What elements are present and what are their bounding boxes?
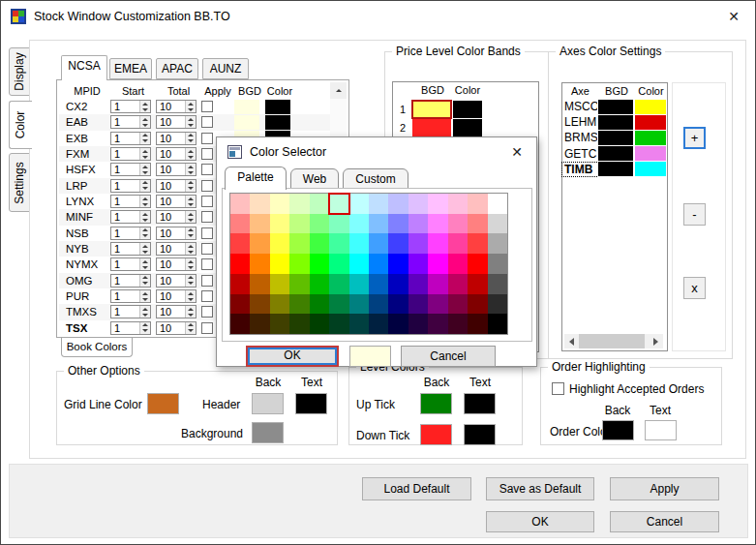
spinner-down-icon[interactable]	[140, 186, 150, 192]
start-spinner[interactable]: 1	[110, 305, 151, 318]
background-swatch[interactable]	[252, 422, 284, 443]
total-spinner[interactable]: 10	[156, 100, 197, 113]
total-spinner[interactable]: 10	[156, 289, 197, 303]
palette-cell[interactable]	[369, 254, 388, 274]
palette-cell[interactable]	[349, 214, 369, 234]
palette-cell[interactable]	[388, 314, 408, 334]
start-spinner[interactable]: 1	[110, 132, 151, 145]
color-swatch[interactable]	[453, 101, 482, 118]
bgd-swatch[interactable]	[598, 146, 633, 161]
cancel-button[interactable]: Cancel	[401, 346, 496, 367]
spinner-down-icon[interactable]	[186, 328, 196, 334]
total-spinner[interactable]: 10	[156, 257, 197, 271]
spinner-down-icon[interactable]	[186, 138, 196, 144]
bgd-swatch[interactable]	[598, 131, 633, 145]
palette-cell[interactable]	[468, 214, 487, 234]
spinner-down-icon[interactable]	[186, 233, 196, 239]
start-spinner[interactable]: 1	[110, 242, 151, 256]
palette-cell[interactable]	[448, 254, 468, 274]
spinner-down-icon[interactable]	[140, 296, 150, 302]
bgd-swatch[interactable]	[412, 101, 451, 118]
palette-cell[interactable]	[310, 233, 329, 254]
palette-cell[interactable]	[230, 314, 250, 334]
palette-cell[interactable]	[289, 294, 309, 315]
load-default-button[interactable]: Load Default	[362, 477, 471, 500]
palette-cell[interactable]	[369, 314, 388, 334]
palette-cell[interactable]	[488, 274, 507, 294]
color-swatch[interactable]	[635, 115, 666, 130]
palette-cell[interactable]	[428, 254, 447, 274]
palette-cell[interactable]	[448, 214, 468, 234]
palette-cell[interactable]	[488, 214, 507, 234]
apply-checkbox[interactable]	[201, 322, 213, 334]
start-spinner[interactable]: 1	[110, 321, 151, 335]
palette-cell[interactable]	[230, 194, 250, 214]
spinner-down-icon[interactable]	[186, 281, 196, 287]
palette-cell[interactable]	[428, 233, 447, 254]
spinner-down-icon[interactable]	[186, 169, 196, 175]
apply-checkbox[interactable]	[201, 258, 213, 270]
palette-cell[interactable]	[349, 194, 369, 214]
palette-cell[interactable]	[488, 314, 507, 334]
palette-cell[interactable]	[468, 294, 487, 315]
palette-cell[interactable]	[329, 254, 348, 274]
apply-checkbox[interactable]	[201, 306, 213, 318]
palette-cell[interactable]	[250, 233, 269, 254]
color-swatch[interactable]	[265, 100, 290, 114]
palette-cell[interactable]	[329, 314, 348, 334]
horizontal-scrollbar[interactable]	[564, 334, 663, 348]
color-swatch[interactable]	[453, 119, 482, 136]
spinner-down-icon[interactable]	[140, 122, 150, 128]
apply-checkbox[interactable]	[201, 180, 213, 192]
ok-button[interactable]: OK	[246, 346, 339, 367]
header-text-swatch[interactable]	[295, 393, 327, 414]
spinner-down-icon[interactable]	[186, 217, 196, 223]
palette-cell[interactable]	[468, 274, 487, 294]
palette-cell[interactable]	[408, 274, 428, 294]
palette-cell[interactable]	[289, 233, 309, 254]
start-spinner[interactable]: 1	[110, 210, 151, 224]
palette-cell[interactable]	[270, 214, 289, 234]
palette-cell[interactable]	[250, 214, 269, 234]
scroll-right-icon[interactable]	[649, 334, 663, 348]
palette-cell[interactable]	[310, 194, 329, 214]
spinner-down-icon[interactable]	[186, 122, 196, 128]
tab-ncsa[interactable]: NCSA	[61, 55, 107, 80]
bgd-swatch[interactable]	[234, 115, 259, 130]
palette-cell[interactable]	[408, 194, 428, 214]
add-axis-button[interactable]: +	[683, 127, 706, 149]
palette-cell[interactable]	[289, 214, 309, 234]
start-spinner[interactable]: 1	[110, 179, 151, 193]
palette-cell[interactable]	[349, 314, 369, 334]
palette-cell[interactable]	[329, 233, 348, 254]
palette-cell[interactable]	[349, 294, 369, 315]
total-spinner[interactable]: 10	[156, 210, 197, 224]
palette-cell[interactable]	[329, 214, 348, 234]
start-spinner[interactable]: 1	[110, 147, 151, 161]
palette-cell[interactable]	[408, 314, 428, 334]
palette-cell[interactable]	[388, 294, 408, 315]
palette-cell[interactable]	[448, 194, 468, 214]
palette-cell[interactable]	[448, 274, 468, 294]
palette-cell[interactable]	[408, 214, 428, 234]
total-spinner[interactable]: 10	[156, 321, 197, 335]
palette-cell[interactable]	[388, 274, 408, 294]
palette-cell[interactable]	[289, 274, 309, 294]
window-close-icon[interactable]: ✕	[720, 5, 747, 28]
apply-button[interactable]: Apply	[610, 477, 719, 500]
order-color-text-swatch[interactable]	[645, 420, 677, 440]
palette-cell[interactable]	[270, 254, 289, 274]
palette-cell[interactable]	[270, 294, 289, 315]
down-tick-back-swatch[interactable]	[420, 424, 452, 445]
palette-cell[interactable]	[468, 194, 487, 214]
spinner-down-icon[interactable]	[140, 217, 150, 223]
palette-cell[interactable]	[428, 214, 447, 234]
palette-cell[interactable]	[329, 294, 348, 315]
apply-checkbox[interactable]	[201, 148, 213, 160]
palette-cell[interactable]	[488, 194, 507, 214]
remove-axis-button[interactable]: -	[683, 203, 706, 226]
start-spinner[interactable]: 1	[110, 115, 151, 129]
bgd-swatch[interactable]	[598, 115, 633, 130]
palette-cell[interactable]	[428, 194, 447, 214]
palette-cell[interactable]	[230, 214, 250, 234]
